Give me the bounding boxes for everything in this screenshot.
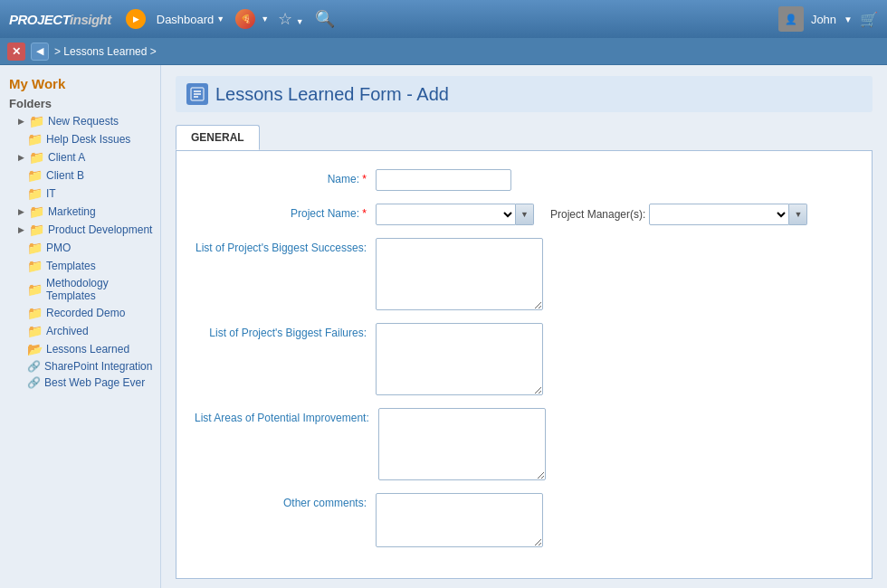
other-comments-label: Other comments:	[195, 493, 367, 509]
pizza-caret-icon: ▼	[261, 14, 269, 24]
project-manager-label: Project Manager(s):	[550, 208, 645, 221]
star-caret-icon: ▼	[296, 17, 304, 26]
sidebar-item-lessons-learned[interactable]: 📂 Lessons Learned	[0, 340, 160, 358]
arrow-icon: ▶	[18, 225, 24, 234]
tab-bar: GENERAL	[176, 125, 873, 150]
pizza-icon[interactable]: 🍕	[235, 9, 255, 29]
logo: PROJECTinsight	[9, 12, 111, 27]
sidebar-label-client-b: Client B	[46, 169, 84, 182]
folder-icon: 📁	[27, 186, 43, 201]
folder-icon: 📁	[27, 168, 43, 183]
link-icon: 🔗	[27, 376, 41, 389]
project-manager-select[interactable]	[649, 204, 789, 225]
form-area: Name: Project Name: ▼ Project Manager(s)…	[176, 150, 873, 579]
project-name-select-wrap: ▼	[376, 204, 534, 225]
back-button[interactable]: ◀	[31, 43, 49, 61]
successes-textarea[interactable]	[376, 238, 543, 310]
failures-textarea[interactable]	[376, 323, 543, 395]
form-row-project: Project Name: ▼ Project Manager(s): ▼	[195, 204, 854, 225]
breadcrumb: > Lessons Learned >	[54, 45, 157, 58]
sidebar-item-archived[interactable]: 📁 Archived	[0, 322, 160, 340]
sidebar-section-header: My Work	[0, 69, 160, 95]
form-row-improvements: List Areas of Potential Improvement:	[195, 408, 854, 480]
form-row-other-comments: Other comments:	[195, 493, 854, 547]
sidebar-label-sharepoint: SharePoint Integration	[44, 360, 152, 373]
sidebar-item-marketing[interactable]: ▶ 📁 Marketing	[0, 203, 160, 221]
close-button[interactable]: ✕	[7, 43, 25, 61]
folder-icon: 📁	[29, 223, 44, 237]
folder-icon: 📁	[29, 204, 44, 219]
folder-icon: 📁	[27, 259, 43, 273]
successes-label: List of Project's Biggest Successes:	[195, 238, 367, 254]
search-icon: 🔍	[315, 10, 335, 28]
failures-label: List of Project's Biggest Failures:	[195, 323, 367, 339]
breadcrumb-bar: ✕ ◀ > Lessons Learned >	[0, 38, 887, 65]
dashboard-button[interactable]: Dashboard ▼	[151, 10, 231, 29]
name-input[interactable]	[376, 169, 511, 191]
user-name: John	[811, 13, 836, 26]
improvements-textarea[interactable]	[378, 408, 546, 480]
sidebar-item-client-a[interactable]: ▶ 📁 Client A	[0, 148, 160, 166]
folder-icon: 📁	[27, 241, 43, 255]
arrow-icon: ▶	[18, 153, 24, 162]
sidebar-item-it[interactable]: 📁 IT	[0, 185, 160, 203]
star-icon: ☆	[278, 10, 292, 28]
form-row-name: Name:	[195, 169, 854, 191]
sidebar-label-client-a: Client A	[48, 151, 85, 164]
favorites-button[interactable]: ☆ ▼	[278, 9, 304, 29]
sidebar-item-recorded-demo[interactable]: 📁 Recorded Demo	[0, 304, 160, 322]
folder-icon: 📁	[29, 114, 44, 128]
folder-open-icon: 📂	[27, 342, 43, 356]
main-layout: My Work Folders ▶ 📁 New Requests 📁 Help …	[0, 65, 887, 588]
folder-icon: 📁	[27, 306, 43, 320]
sidebar-item-product-dev[interactable]: ▶ 📁 Product Development	[0, 221, 160, 239]
content-area: Lessons Learned Form - Add GENERAL Name:…	[161, 65, 887, 588]
form-row-successes: List of Project's Biggest Successes:	[195, 238, 854, 310]
sidebar-label-recorded-demo: Recorded Demo	[46, 307, 125, 319]
sidebar-label-archived: Archived	[46, 325, 89, 337]
tab-general[interactable]: GENERAL	[176, 125, 260, 150]
arrow-icon: ▶	[18, 117, 24, 126]
arrow-icon: ▶	[18, 207, 24, 216]
improvements-label: List Areas of Potential Improvement:	[195, 408, 369, 424]
form-icon	[186, 83, 208, 105]
sidebar-item-help-desk[interactable]: 📁 Help Desk Issues	[0, 130, 160, 148]
folder-icon: 📁	[27, 282, 43, 297]
cart-icon[interactable]: 🛒	[860, 11, 878, 28]
sidebar-item-templates[interactable]: 📁 Templates	[0, 257, 160, 275]
project-name-select[interactable]	[376, 204, 516, 225]
sidebar-item-client-b[interactable]: 📁 Client B	[0, 166, 160, 185]
sidebar-item-methodology-templates[interactable]: 📁 Methodology Templates	[0, 275, 160, 304]
user-caret-icon: ▼	[844, 14, 853, 24]
topnav-right: 👤 John ▼ 🛒	[778, 6, 878, 32]
other-comments-textarea[interactable]	[376, 493, 543, 547]
project-manager-wrap: Project Manager(s): ▼	[543, 204, 807, 225]
project-name-label: Project Name:	[195, 204, 367, 220]
dashboard-caret-icon: ▼	[216, 14, 224, 24]
project-name-dropdown-btn[interactable]: ▼	[516, 204, 534, 225]
search-button[interactable]: 🔍	[315, 9, 335, 29]
sidebar-item-new-requests[interactable]: ▶ 📁 New Requests	[0, 112, 160, 130]
sidebar-label-marketing: Marketing	[48, 205, 96, 218]
folders-label: Folders	[9, 97, 52, 110]
sidebar-item-folders: Folders	[0, 95, 160, 112]
link-icon: 🔗	[27, 360, 41, 373]
pm-dropdown-btn[interactable]: ▼	[789, 204, 807, 225]
folder-icon: 📁	[27, 324, 43, 338]
top-navigation: PROJECTinsight Dashboard ▼ 🍕 ▼ ☆ ▼ 🔍 👤 J…	[0, 0, 887, 38]
page-title: Lessons Learned Form - Add	[215, 84, 449, 105]
dashboard-label: Dashboard	[157, 13, 215, 26]
sidebar-label-new-requests: New Requests	[48, 115, 119, 128]
sidebar-label-methodology-templates: Methodology Templates	[46, 277, 155, 302]
folder-icon: 📁	[29, 150, 44, 165]
sidebar-label-pmo: PMO	[46, 242, 71, 254]
folder-icon: 📁	[27, 132, 43, 147]
sidebar-label-it: IT	[46, 187, 56, 200]
sidebar-item-pmo[interactable]: 📁 PMO	[0, 239, 160, 257]
play-icon	[126, 9, 146, 29]
sidebar-item-sharepoint[interactable]: 🔗 SharePoint Integration	[0, 358, 160, 375]
sidebar-label-help-desk: Help Desk Issues	[46, 133, 130, 146]
sidebar-item-best-web-page[interactable]: 🔗 Best Web Page Ever	[0, 375, 160, 391]
sidebar-label-lessons-learned: Lessons Learned	[46, 343, 129, 356]
sidebar-label-product-dev: Product Development	[48, 223, 152, 236]
